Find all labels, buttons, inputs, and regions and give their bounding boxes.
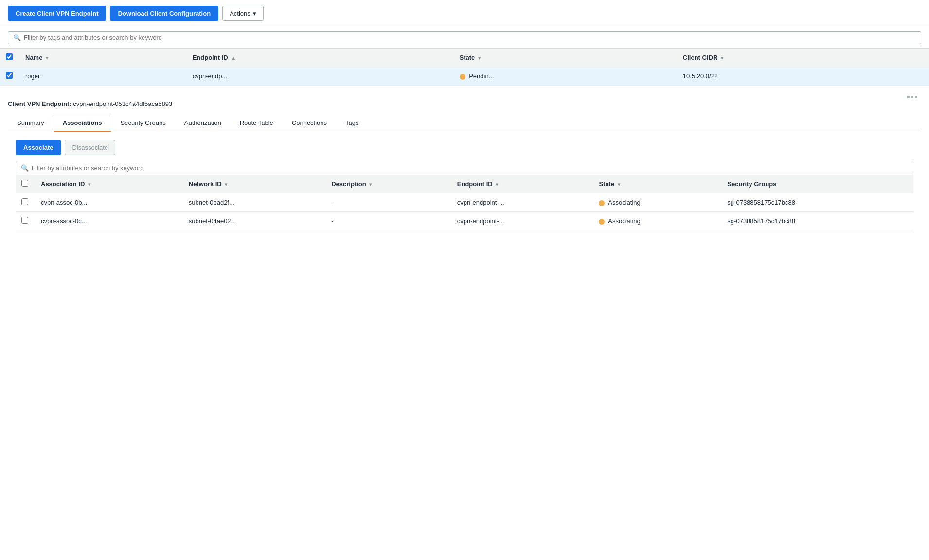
- resize-dot-3: [915, 96, 917, 98]
- assoc-row-checkbox-cell-1: [16, 212, 35, 230]
- row-checkbox-cell: [0, 67, 19, 86]
- state-sort-icon: ▾: [478, 55, 481, 61]
- description-0: -: [325, 193, 451, 212]
- col-assoc-state[interactable]: State ▾: [593, 175, 721, 193]
- search-icon: 🔍: [13, 34, 21, 41]
- download-client-config-button[interactable]: Download Client Configuration: [110, 6, 218, 21]
- tab-associations[interactable]: Associations: [54, 114, 111, 132]
- create-vpn-endpoint-button[interactable]: Create Client VPN Endpoint: [8, 6, 106, 21]
- col-assoc-endpoint-id[interactable]: Endpoint ID ▾: [451, 175, 593, 193]
- tab-route-table[interactable]: Route Table: [231, 114, 283, 132]
- endpoint-label-text: Client VPN Endpoint:: [8, 100, 71, 107]
- assoc-row-checkbox-cell-0: [16, 193, 35, 212]
- associations-search-input[interactable]: [32, 164, 908, 172]
- col-name[interactable]: Name ▾: [19, 49, 187, 67]
- col-state[interactable]: State ▾: [454, 49, 677, 67]
- endpoint-label: Client VPN Endpoint: cvpn-endpoint-053c4…: [8, 100, 921, 107]
- assoc-search-icon: 🔍: [21, 164, 29, 172]
- assoc-state-text-1: Associating: [608, 217, 640, 225]
- endpoints-table: Name ▾ Endpoint ID ▲ State ▾ Client CIDR…: [0, 49, 929, 86]
- assoc-endpoint-sort-icon: ▾: [496, 182, 498, 187]
- col-network-id[interactable]: Network ID ▾: [183, 175, 325, 193]
- endpoint-id-sort-icon: ▲: [231, 55, 236, 61]
- security-groups-1: sg-0738858175c17bc88: [721, 212, 913, 230]
- assoc-state-0: Associating: [593, 193, 721, 212]
- associations-tab-content: Associate Disassociate 🔍 Association ID …: [8, 132, 921, 238]
- security-groups-0: sg-0738858175c17bc88: [721, 193, 913, 212]
- description-sort-icon: ▾: [369, 182, 372, 187]
- description-1: -: [325, 212, 451, 230]
- network-id-1: subnet-04ae02...: [183, 212, 325, 230]
- row-endpoint-id: cvpn-endp...: [187, 67, 454, 86]
- row-client-cidr: 10.5.20.0/22: [677, 67, 929, 86]
- row-name: roger: [19, 67, 187, 86]
- assoc-id-sort-icon: ▾: [88, 182, 90, 187]
- assoc-state-1: Associating: [593, 212, 721, 230]
- network-id-sort-icon: ▾: [225, 182, 227, 187]
- table-row[interactable]: cvpn-assoc-0b... subnet-0bad2f... - cvpn…: [16, 193, 913, 212]
- main-search-input[interactable]: [24, 34, 916, 41]
- assoc-id-1: cvpn-assoc-0c...: [35, 212, 183, 230]
- assoc-select-all-checkbox[interactable]: [21, 180, 28, 187]
- assoc-state-icon-1: [599, 219, 605, 225]
- actions-label: Actions: [230, 10, 250, 17]
- assoc-row-checkbox-1[interactable]: [21, 217, 28, 224]
- col-client-cidr[interactable]: Client CIDR ▾: [677, 49, 929, 67]
- table-row[interactable]: roger cvpn-endp... Pendin... 10.5.20.0/2…: [0, 67, 929, 86]
- assoc-endpoint-id-1: cvpn-endpoint-...: [451, 212, 593, 230]
- associate-button[interactable]: Associate: [16, 140, 61, 155]
- associations-table: Association ID ▾ Network ID ▾ Descriptio…: [16, 175, 913, 230]
- tab-authorization[interactable]: Authorization: [175, 114, 231, 132]
- tab-action-buttons: Associate Disassociate: [16, 140, 913, 155]
- associations-search-bar: 🔍: [16, 161, 913, 175]
- assoc-endpoint-id-0: cvpn-endpoint-...: [451, 193, 593, 212]
- assoc-state-sort-icon: ▾: [618, 182, 620, 187]
- network-id-0: subnet-0bad2f...: [183, 193, 325, 212]
- table-row[interactable]: cvpn-assoc-0c... subnet-04ae02... - cvpn…: [16, 212, 913, 230]
- col-endpoint-id[interactable]: Endpoint ID ▲: [187, 49, 454, 67]
- main-search-bar: 🔍: [0, 27, 929, 49]
- disassociate-button: Disassociate: [65, 140, 115, 155]
- resize-handle[interactable]: [8, 94, 921, 100]
- tab-security-groups[interactable]: Security Groups: [111, 114, 175, 132]
- row-checkbox[interactable]: [6, 72, 13, 79]
- actions-button[interactable]: Actions ▾: [222, 6, 264, 21]
- detail-panel: Client VPN Endpoint: cvpn-endpoint-053c4…: [0, 86, 929, 238]
- col-security-groups[interactable]: Security Groups: [721, 175, 913, 193]
- tab-tags[interactable]: Tags: [336, 114, 368, 132]
- name-sort-icon: ▾: [46, 55, 48, 61]
- assoc-row-checkbox-0[interactable]: [21, 198, 28, 205]
- resize-dot-2: [911, 96, 913, 98]
- main-table-container: Name ▾ Endpoint ID ▲ State ▾ Client CIDR…: [0, 49, 929, 86]
- col-assoc-id[interactable]: Association ID ▾: [35, 175, 183, 193]
- assoc-state-text-0: Associating: [608, 199, 640, 206]
- col-description[interactable]: Description ▾: [325, 175, 451, 193]
- tab-connections[interactable]: Connections: [283, 114, 336, 132]
- row-state: Pendin...: [454, 67, 677, 86]
- assoc-id-0: cvpn-assoc-0b...: [35, 193, 183, 212]
- endpoint-id-value: cvpn-endpoint-053c4a4df5aca5893: [73, 100, 172, 107]
- cidr-sort-icon: ▾: [721, 55, 723, 61]
- assoc-select-all-cell: [16, 175, 35, 193]
- resize-dot-1: [907, 96, 910, 98]
- toolbar: Create Client VPN Endpoint Download Clie…: [0, 0, 929, 27]
- state-text: Pendin...: [469, 72, 494, 80]
- select-all-checkbox[interactable]: [6, 53, 13, 60]
- tabs-bar: Summary Associations Security Groups Aut…: [8, 113, 921, 132]
- table-header-row: Name ▾ Endpoint ID ▲ State ▾ Client CIDR…: [0, 49, 929, 67]
- tab-summary[interactable]: Summary: [8, 114, 54, 132]
- main-search-wrapper: 🔍: [8, 31, 921, 44]
- assoc-state-icon-0: [599, 200, 605, 206]
- state-icon: [460, 74, 465, 80]
- actions-chevron-icon: ▾: [253, 10, 256, 17]
- select-all-cell: [0, 49, 19, 67]
- assoc-table-header-row: Association ID ▾ Network ID ▾ Descriptio…: [16, 175, 913, 193]
